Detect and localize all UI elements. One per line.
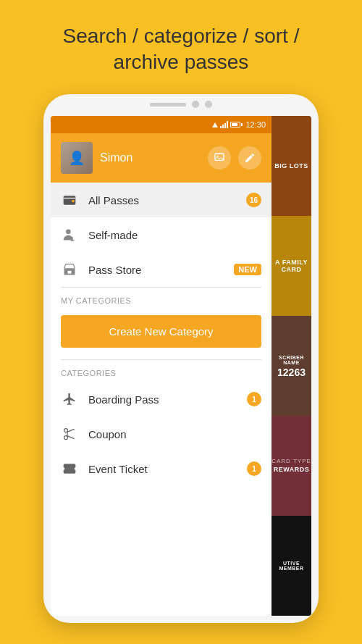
- nav-item-event-ticket[interactable]: Event Ticket 1: [51, 451, 272, 486]
- card-member-label: UTIVE MEMBER: [272, 559, 311, 572]
- all-passes-label: All Passes: [88, 194, 236, 206]
- svg-point-10: [64, 436, 68, 440]
- signal-icon: [220, 121, 228, 128]
- header-tagline: Search / categorize / sort / archive pas…: [0, 0, 362, 93]
- pass-store-badge: NEW: [234, 264, 261, 275]
- all-passes-badge: 16: [246, 193, 261, 207]
- coupon-label: Coupon: [88, 428, 261, 440]
- create-category-button[interactable]: Create New Category: [61, 315, 261, 348]
- card-rewards: CARD TYPE REWARDS: [272, 416, 311, 516]
- nav-list: All Passes 16 Self: [51, 183, 272, 616]
- card-member: UTIVE MEMBER: [272, 516, 311, 616]
- drawer-header: 👤 Simon: [51, 133, 272, 183]
- user-name: Simon: [100, 151, 201, 164]
- status-time: 12:30: [245, 120, 266, 129]
- nav-item-coupon[interactable]: Coupon: [51, 417, 272, 451]
- nav-item-all-passes[interactable]: All Passes 16: [51, 183, 272, 217]
- svg-rect-8: [68, 271, 72, 274]
- card-big-lots: BIG LOTS: [272, 116, 311, 216]
- svg-rect-3: [72, 200, 74, 202]
- battery-icon: [230, 122, 240, 127]
- card-rewards-label: REWARDS: [272, 464, 311, 474]
- person-icon: [61, 226, 78, 243]
- card-family-label: A FAMILY CARD: [272, 257, 311, 275]
- nav-item-boarding-pass[interactable]: Boarding Pass 1: [51, 382, 272, 417]
- card-big-lots-label: BIG LOTS: [272, 161, 311, 171]
- gallery-button[interactable]: [208, 146, 231, 170]
- store-icon: [61, 261, 78, 278]
- plane-icon: [61, 390, 78, 408]
- nav-item-self-made[interactable]: Self-made: [51, 217, 272, 252]
- event-ticket-badge: 1: [247, 461, 261, 476]
- my-categories-label: MY CATEGORIES: [51, 288, 272, 309]
- card-subscriber: SCRIBER NAME 12263: [272, 316, 311, 416]
- phone-mockup: 12:30 👤 Simon: [43, 94, 319, 623]
- phone-dot2: [205, 101, 212, 108]
- self-made-label: Self-made: [88, 229, 261, 241]
- categories-section-label: CATEGORIES: [51, 360, 272, 382]
- card-family: A FAMILY CARD: [272, 216, 311, 316]
- phone-dot1: [192, 101, 199, 108]
- card-type-label: CARD TYPE: [272, 458, 311, 464]
- scissors-icon: [61, 425, 78, 443]
- phone-pill: [150, 103, 186, 106]
- cards-panel: BIG LOTS A FAMILY CARD SCRIBER NAME 1226…: [272, 116, 311, 616]
- edit-button[interactable]: [238, 146, 261, 170]
- svg-point-9: [64, 429, 68, 432]
- nav-item-pass-store[interactable]: Pass Store NEW: [51, 252, 272, 287]
- svg-point-5: [72, 237, 73, 238]
- event-ticket-label: Event Ticket: [88, 463, 237, 475]
- ticket-icon: [61, 460, 78, 477]
- svg-point-4: [66, 230, 71, 235]
- pass-store-label: Pass Store: [88, 264, 224, 276]
- wallet-icon: [61, 191, 78, 209]
- drawer-panel: 12:30 👤 Simon: [51, 116, 272, 616]
- status-bar: 12:30: [51, 116, 272, 133]
- wifi-icon: [212, 122, 218, 127]
- boarding-pass-badge: 1: [247, 392, 261, 406]
- card-subscriber-number: 12263: [272, 367, 311, 378]
- card-subscriber-label: SCRIBER NAME: [272, 354, 311, 367]
- boarding-pass-label: Boarding Pass: [88, 393, 237, 406]
- avatar: 👤: [61, 142, 93, 174]
